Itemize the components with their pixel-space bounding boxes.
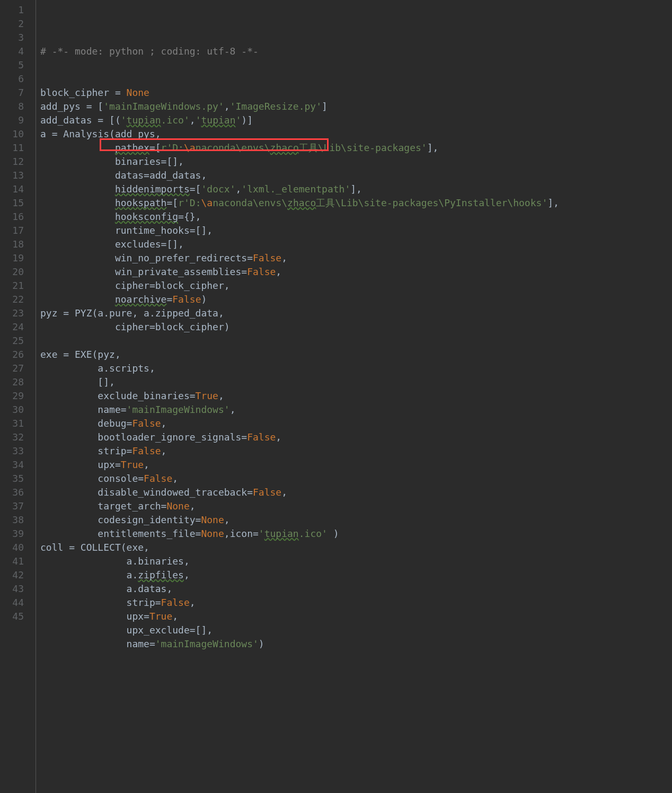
code-line[interactable]: debug=False, <box>40 417 672 430</box>
line-number: 37 <box>0 499 24 513</box>
line-number: 16 <box>0 210 24 224</box>
line-number-gutter: 1234567891011121314151617181920212223242… <box>0 0 36 793</box>
line-number: 30 <box>0 403 24 417</box>
code-line[interactable]: a.scripts, <box>40 362 672 375</box>
line-number: 19 <box>0 251 24 265</box>
line-number: 38 <box>0 513 24 527</box>
code-line[interactable]: excludes=[], <box>40 237 672 251</box>
code-line[interactable]: coll = COLLECT(exe, <box>40 541 672 554</box>
code-line[interactable]: add_pys = ['mainImageWindows.py','ImageR… <box>40 100 672 113</box>
line-number: 15 <box>0 196 24 210</box>
code-line[interactable]: noarchive=False) <box>40 293 672 306</box>
line-number: 25 <box>0 334 24 348</box>
line-number: 23 <box>0 306 24 320</box>
code-line[interactable]: strip=False, <box>40 444 672 458</box>
line-number: 8 <box>0 100 24 113</box>
code-line[interactable]: binaries=[], <box>40 155 672 169</box>
code-line[interactable]: add_datas = [('tupian.ico','tupian')] <box>40 113 672 127</box>
code-line[interactable]: name='mainImageWindows', <box>40 403 672 417</box>
line-number: 9 <box>0 113 24 127</box>
code-line[interactable]: bootloader_ignore_signals=False, <box>40 430 672 444</box>
code-line[interactable]: strip=False, <box>40 596 672 610</box>
code-line[interactable]: codesign_identity=None, <box>40 513 672 527</box>
line-number: 39 <box>0 527 24 541</box>
line-number: 2 <box>0 17 24 31</box>
line-number: 45 <box>0 610 24 623</box>
code-line[interactable]: exe = EXE(pyz, <box>40 348 672 362</box>
code-line[interactable]: block_cipher = None <box>40 86 672 100</box>
line-number: 6 <box>0 72 24 86</box>
code-line[interactable]: pathex=[r'D:\anaconda\envs\zhaco工具\Lib\s… <box>40 141 672 155</box>
code-line[interactable]: exclude_binaries=True, <box>40 389 672 403</box>
line-number: 17 <box>0 224 24 237</box>
code-line[interactable]: pyz = PYZ(a.pure, a.zipped_data, <box>40 306 672 320</box>
code-line[interactable]: hooksconfig={}, <box>40 210 672 224</box>
line-number: 10 <box>0 127 24 141</box>
code-line[interactable]: a.binaries, <box>40 554 672 568</box>
code-line[interactable] <box>40 651 672 665</box>
line-number: 20 <box>0 265 24 279</box>
line-number: 18 <box>0 237 24 251</box>
line-number: 40 <box>0 541 24 554</box>
code-line[interactable] <box>40 72 672 86</box>
line-number: 42 <box>0 568 24 582</box>
code-line[interactable]: win_private_assemblies=False, <box>40 265 672 279</box>
code-line[interactable]: datas=add_datas, <box>40 169 672 182</box>
line-number: 35 <box>0 472 24 486</box>
line-number: 12 <box>0 155 24 169</box>
line-number: 34 <box>0 458 24 472</box>
code-line[interactable]: console=False, <box>40 472 672 486</box>
line-number: 31 <box>0 417 24 430</box>
code-line[interactable]: upx=True, <box>40 458 672 472</box>
line-number: 3 <box>0 31 24 45</box>
line-number: 24 <box>0 320 24 334</box>
code-editor[interactable]: 1234567891011121314151617181920212223242… <box>0 0 672 793</box>
code-line[interactable]: name='mainImageWindows') <box>40 637 672 651</box>
code-line[interactable]: upx_exclude=[], <box>40 623 672 637</box>
code-line[interactable]: entitlements_file=None,icon='tupian.ico'… <box>40 527 672 541</box>
line-number: 41 <box>0 554 24 568</box>
line-number: 33 <box>0 444 24 458</box>
line-number: 32 <box>0 430 24 444</box>
line-number: 5 <box>0 58 24 72</box>
line-number: 27 <box>0 362 24 375</box>
code-line[interactable]: cipher=block_cipher, <box>40 279 672 293</box>
line-number: 28 <box>0 375 24 389</box>
code-line[interactable]: disable_windowed_traceback=False, <box>40 486 672 499</box>
code-line[interactable]: upx=True, <box>40 610 672 623</box>
code-area[interactable]: # -*- mode: python ; coding: utf-8 -*- b… <box>36 0 672 793</box>
line-number: 7 <box>0 86 24 100</box>
code-line[interactable] <box>40 334 672 348</box>
code-line[interactable]: hookspath=[r'D:\anaconda\envs\zhaco工具\Li… <box>40 196 672 210</box>
code-line[interactable]: runtime_hooks=[], <box>40 224 672 237</box>
line-number: 22 <box>0 293 24 306</box>
line-number: 4 <box>0 45 24 58</box>
code-line[interactable]: a.datas, <box>40 582 672 596</box>
code-line[interactable]: cipher=block_cipher) <box>40 320 672 334</box>
line-number: 36 <box>0 486 24 499</box>
code-line[interactable]: a = Analysis(add_pys, <box>40 127 672 141</box>
line-number: 13 <box>0 169 24 182</box>
code-line[interactable]: win_no_prefer_redirects=False, <box>40 251 672 265</box>
line-number: 44 <box>0 596 24 610</box>
code-line[interactable] <box>40 58 672 72</box>
line-number: 11 <box>0 141 24 155</box>
code-line[interactable]: target_arch=None, <box>40 499 672 513</box>
code-line[interactable]: a.zipfiles, <box>40 568 672 582</box>
line-number: 1 <box>0 3 24 17</box>
line-number: 29 <box>0 389 24 403</box>
line-number: 43 <box>0 582 24 596</box>
code-line[interactable]: [], <box>40 375 672 389</box>
code-line[interactable]: # -*- mode: python ; coding: utf-8 -*- <box>40 45 672 58</box>
line-number: 21 <box>0 279 24 293</box>
line-number: 26 <box>0 348 24 362</box>
line-number: 14 <box>0 182 24 196</box>
code-line[interactable]: hiddenimports=['docx','lxml._elementpath… <box>40 182 672 196</box>
